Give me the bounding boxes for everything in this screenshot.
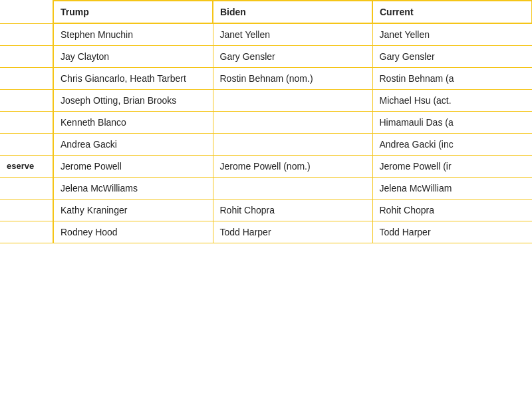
cell-label bbox=[0, 23, 53, 46]
cell-label bbox=[0, 178, 53, 200]
cell-current: Jelena McWilliam bbox=[372, 178, 532, 200]
cell-biden bbox=[213, 134, 372, 156]
table-row: Jay ClaytonGary GenslerGary Gensler bbox=[0, 46, 532, 68]
cell-trump: Jelena McWilliams bbox=[53, 178, 213, 200]
cell-label bbox=[0, 112, 53, 134]
cell-trump: Rodney Hood bbox=[53, 221, 213, 243]
cell-biden: Janet Yellen bbox=[213, 23, 372, 46]
header-current: Current bbox=[372, 1, 532, 23]
cell-current: Todd Harper bbox=[372, 221, 532, 243]
cell-label bbox=[0, 221, 53, 243]
cell-trump: Stephen Mnuchin bbox=[53, 23, 213, 46]
cell-biden bbox=[213, 90, 372, 112]
table-row: Stephen MnuchinJanet YellenJanet Yellen bbox=[0, 23, 532, 46]
table-row: Rodney HoodTodd HarperTodd Harper bbox=[0, 221, 532, 243]
header-label bbox=[0, 1, 53, 23]
header-biden: Biden bbox=[213, 1, 372, 23]
cell-trump: Kathy Kraninger bbox=[53, 200, 213, 221]
cell-biden: Gary Gensler bbox=[213, 46, 372, 68]
cell-current: Jerome Powell (ir bbox=[372, 156, 532, 178]
cell-current: Rohit Chopra bbox=[372, 200, 532, 221]
cell-label: eserve bbox=[0, 156, 53, 178]
officials-table: Trump Biden Current Stephen MnuchinJanet… bbox=[0, 0, 532, 243]
cell-biden: Rohit Chopra bbox=[213, 200, 372, 221]
cell-current: Janet Yellen bbox=[372, 23, 532, 46]
cell-current: Gary Gensler bbox=[372, 46, 532, 68]
cell-trump: Jay Clayton bbox=[53, 46, 213, 68]
header-trump: Trump bbox=[53, 1, 213, 23]
cell-current: Himamauli Das (a bbox=[372, 112, 532, 134]
cell-current: Rostin Behnam (a bbox=[372, 68, 532, 90]
cell-biden bbox=[213, 178, 372, 200]
cell-label bbox=[0, 200, 53, 221]
table-row: Andrea GackiAndrea Gacki (inc bbox=[0, 134, 532, 156]
cell-label bbox=[0, 90, 53, 112]
table-row: Chris Giancarlo, Heath TarbertRostin Beh… bbox=[0, 68, 532, 90]
cell-label bbox=[0, 46, 53, 68]
cell-label bbox=[0, 134, 53, 156]
cell-biden: Jerome Powell (nom.) bbox=[213, 156, 372, 178]
table-wrapper: Trump Biden Current Stephen MnuchinJanet… bbox=[0, 0, 532, 399]
cell-trump: Jerome Powell bbox=[53, 156, 213, 178]
cell-trump: Joseph Otting, Brian Brooks bbox=[53, 90, 213, 112]
cell-biden: Rostin Behnam (nom.) bbox=[213, 68, 372, 90]
cell-current: Andrea Gacki (inc bbox=[372, 134, 532, 156]
table-row: Kenneth BlancoHimamauli Das (a bbox=[0, 112, 532, 134]
cell-label bbox=[0, 68, 53, 90]
cell-current: Michael Hsu (act. bbox=[372, 90, 532, 112]
table-row: Kathy KraningerRohit ChopraRohit Chopra bbox=[0, 200, 532, 221]
header-row: Trump Biden Current bbox=[0, 1, 532, 23]
cell-trump: Chris Giancarlo, Heath Tarbert bbox=[53, 68, 213, 90]
cell-trump: Andrea Gacki bbox=[53, 134, 213, 156]
cell-biden: Todd Harper bbox=[213, 221, 372, 243]
table-row: Jelena McWilliamsJelena McWilliam bbox=[0, 178, 532, 200]
cell-biden bbox=[213, 112, 372, 134]
cell-trump: Kenneth Blanco bbox=[53, 112, 213, 134]
table-row: Joseph Otting, Brian BrooksMichael Hsu (… bbox=[0, 90, 532, 112]
table-row: eserveJerome PowellJerome Powell (nom.)J… bbox=[0, 156, 532, 178]
